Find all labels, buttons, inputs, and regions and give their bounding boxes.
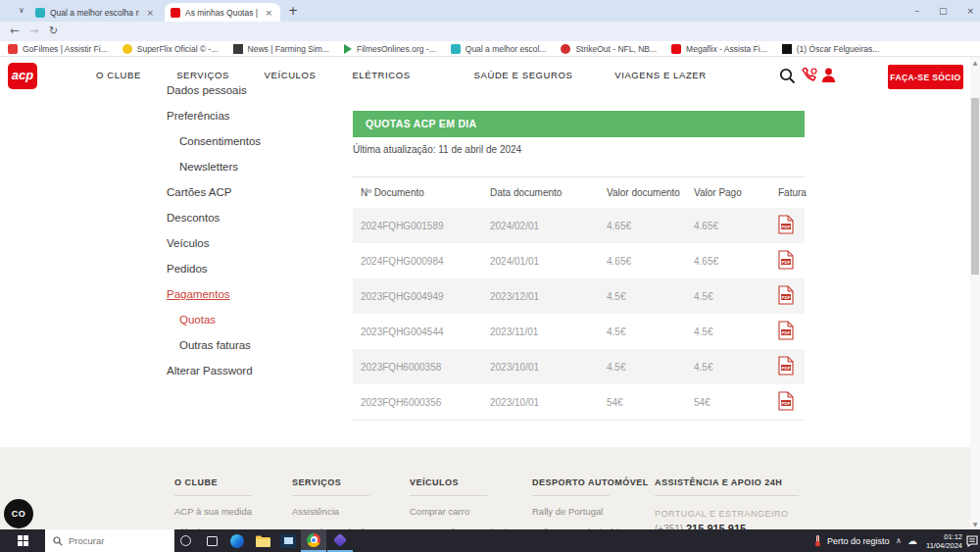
file-explorer-icon[interactable]: [250, 529, 275, 552]
forward-icon[interactable]: →: [29, 25, 38, 37]
bookmark-item[interactable]: StrikeOut - NFL, NB...: [561, 44, 657, 54]
action-center-icon[interactable]: [966, 529, 978, 552]
table-row: 2023FQHG004544 2023/11/01 4.5€ 4.5€ PDF: [353, 314, 805, 349]
sidebar-item-alterar-password[interactable]: Alterar Password: [167, 365, 261, 390]
sidebar-item-newsletters[interactable]: Newsletters: [167, 161, 261, 186]
cortana-icon[interactable]: [172, 529, 198, 552]
reload-icon[interactable]: ↻: [49, 25, 58, 37]
taskbar-clock[interactable]: 01:12 11/04/2024: [923, 529, 962, 552]
phone-icon[interactable]: [800, 68, 817, 84]
footer-col-title: DESPORTO AUTOMÓVEL: [532, 477, 649, 487]
doc-date: 2024/02/01: [490, 221, 585, 231]
sidebar-item-cartoes-acp[interactable]: Cartões ACP: [167, 186, 261, 212]
bookmark-item[interactable]: Megaflix - Assista Fi...: [671, 44, 767, 54]
tab-close-icon[interactable]: ×: [263, 8, 274, 18]
faca-se-socio-button[interactable]: FAÇA-SE SÓCIO: [888, 65, 963, 89]
sidebar-item-pedidos[interactable]: Pedidos: [167, 263, 261, 288]
pdf-download-button[interactable]: PDF: [778, 285, 794, 308]
account-sidebar: Dados pessoais Preferências Consentiment…: [167, 84, 261, 390]
cookie-widget-button[interactable]: CO: [4, 499, 33, 528]
tab-title: Qual a melhor escolha no mer: [50, 8, 139, 18]
nav-eletricos[interactable]: ELÉTRICOS: [352, 70, 410, 80]
doc-number: 2023FQH6000358: [353, 362, 490, 373]
col-header: Fatura: [772, 187, 807, 198]
footer-col-title: VEÍCULOS: [410, 477, 507, 487]
bookmark-item[interactable]: News | Farming Sim...: [233, 44, 329, 54]
new-tab-button[interactable]: +: [288, 4, 298, 19]
back-icon[interactable]: ←: [10, 25, 19, 37]
window-minimize-button[interactable]: –: [914, 6, 919, 16]
pdf-icon: PDF: [778, 215, 794, 234]
col-header: Valor Pago: [686, 187, 772, 198]
doc-value: 54€: [585, 397, 686, 408]
pdf-download-button[interactable]: PDF: [778, 250, 794, 273]
sidebar-item-consentimentos[interactable]: Consentimentos: [167, 135, 261, 161]
bookmark-label: StrikeOut - NFL, NB...: [575, 44, 657, 54]
pdf-download-button[interactable]: PDF: [778, 215, 794, 237]
footer-link[interactable]: Rally de Portugal: [532, 506, 649, 517]
thermometer-icon: [813, 534, 822, 547]
bookmarks-bar: GoFilmes | Assistir Fi... SuperFlix Ofic…: [0, 41, 980, 57]
doc-value: 4.5€: [585, 362, 686, 373]
bookmark-item[interactable]: (1) Óscar Felgueiras...: [782, 44, 880, 54]
sidebar-item-quotas[interactable]: Quotas: [167, 314, 261, 339]
tab-search-icon[interactable]: ∨: [14, 3, 29, 19]
sidebar-item-veiculos[interactable]: Veículos: [167, 237, 261, 263]
windows-taskbar: Perto do registo ∧ ☁ 01:12 11/04/2024: [0, 529, 980, 552]
sidebar-item-pagamentos[interactable]: Pagamentos: [167, 288, 261, 314]
edge-icon[interactable]: [224, 529, 250, 552]
pdf-download-button[interactable]: PDF: [778, 391, 794, 414]
pdf-download-button[interactable]: PDF: [778, 356, 794, 378]
nav-o-clube[interactable]: O CLUBE: [96, 70, 141, 80]
photos-app-icon[interactable]: [275, 529, 301, 552]
scrollbar-thumb[interactable]: [971, 98, 979, 275]
doc-date: 2023/10/01: [490, 362, 585, 373]
acp-logo[interactable]: acp: [8, 63, 37, 89]
page-content: acp O CLUBE SERVIÇOS VEÍCULOS ELÉTRICOS …: [0, 57, 980, 529]
sidebar-item-dados-pessoais[interactable]: Dados pessoais: [167, 84, 261, 110]
task-view-icon[interactable]: [199, 529, 224, 552]
bookmark-item[interactable]: GoFilmes | Assistir Fi...: [8, 44, 108, 54]
search-icon[interactable]: [779, 68, 796, 84]
sidebar-item-outras-faturas[interactable]: Outras faturas: [167, 339, 261, 365]
start-button[interactable]: [0, 529, 45, 552]
bookmark-item[interactable]: Qual a melhor escol...: [451, 44, 547, 54]
onedrive-cloud-icon[interactable]: ☁: [907, 529, 917, 552]
bookmark-item[interactable]: SuperFlix Oficial © -...: [122, 44, 219, 54]
taskbar-search-input[interactable]: [69, 535, 157, 546]
browser-tabstrip: ∨ Qual a melhor escolha no mer × As minh…: [0, 0, 980, 22]
tray-chevron-icon[interactable]: ∧: [896, 529, 902, 552]
tab-close-icon[interactable]: ×: [144, 8, 156, 18]
pdf-download-button[interactable]: PDF: [778, 321, 794, 343]
footer-link[interactable]: ACP à sua medida: [174, 506, 252, 517]
col-header: Valor documento: [585, 187, 686, 198]
nav-saude-seguros[interactable]: SAÚDE E SEGUROS: [474, 70, 573, 80]
scroll-down-icon[interactable]: ▼: [970, 521, 980, 527]
doc-number: 2023FQHG004949: [353, 291, 490, 302]
doc-number: 2023FQH6000356: [353, 397, 490, 408]
scroll-up-icon[interactable]: ▲: [970, 59, 980, 66]
footer-col-servicos: SERVIÇOS Assistência Carta de condução: [292, 477, 370, 537]
nav-viagens-lazer[interactable]: VIAGENS E LAZER: [614, 70, 706, 80]
taskbar-search[interactable]: [45, 529, 174, 552]
taskbar-weather[interactable]: Perto do registo: [813, 529, 890, 552]
sidebar-item-preferencias[interactable]: Preferências: [167, 110, 261, 135]
sidebar-item-descontos[interactable]: Descontos: [167, 212, 261, 237]
nav-veiculos[interactable]: VEÍCULOS: [265, 70, 317, 80]
page-scrollbar[interactable]: ▲ ▼: [970, 57, 980, 529]
bookmark-label: News | Farming Sim...: [248, 44, 329, 54]
tab-minhas-quotas[interactable]: As minhas Quotas | myACP ×: [165, 3, 280, 22]
window-maximize-button[interactable]: □: [939, 6, 948, 16]
movies-app-icon[interactable]: [327, 529, 353, 552]
doc-date: 2024/01/01: [490, 256, 585, 267]
screen: ∨ Qual a melhor escolha no mer × As minh…: [0, 0, 980, 552]
footer-link[interactable]: Comprar carro: [410, 506, 507, 517]
footer-link[interactable]: Assistência: [292, 506, 370, 517]
table-row: 2023FQH6000356 2023/10/01 54€ 54€ PDF: [353, 384, 805, 420]
user-icon[interactable]: [821, 68, 836, 83]
window-close-button[interactable]: ×: [966, 6, 974, 16]
bookmark-item[interactable]: FilmesOnlines.org -...: [344, 44, 436, 54]
nav-servicos[interactable]: SERVIÇOS: [176, 70, 229, 80]
chrome-icon[interactable]: [301, 529, 326, 552]
tab-qual-a-melhor[interactable]: Qual a melhor escolha no mer ×: [29, 3, 162, 22]
